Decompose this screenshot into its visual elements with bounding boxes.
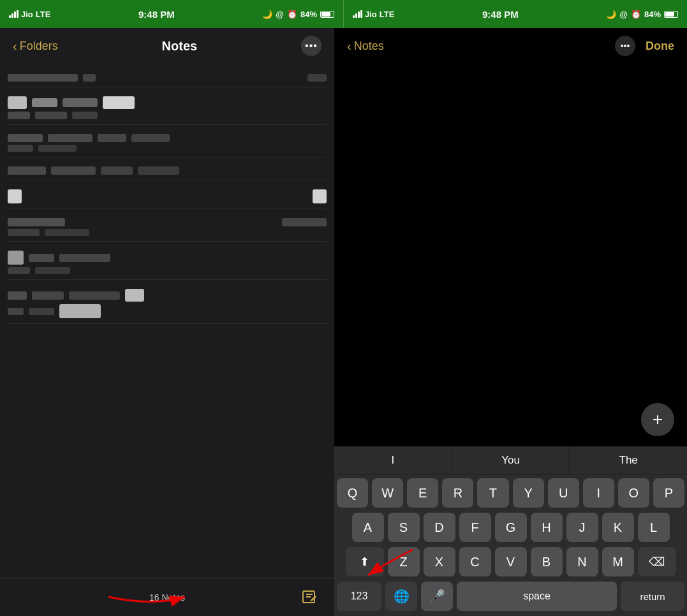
note-text-blur [101,166,133,175]
list-item[interactable] [8,129,327,158]
carrier-name-right: Jio [365,10,377,19]
key-o[interactable]: O [618,478,649,508]
delete-key[interactable]: ⌫ [638,547,676,576]
done-button[interactable]: Done [646,40,674,53]
list-item[interactable] [8,246,327,280]
key-w[interactable]: W [372,478,403,508]
return-key[interactable]: return [621,582,684,611]
at-icon: @ [276,10,284,19]
key-r[interactable]: R [442,478,473,508]
keyboard-row-2: A S D F G H J K L [337,513,684,542]
note-text-blur [29,254,54,262]
chevron-left-icon-right: ‹ [347,39,351,54]
note-text-blur [69,291,120,300]
mic-icon: 🎤 [429,589,445,604]
note-text-blur [72,112,98,119]
key-g[interactable]: G [495,513,527,542]
note-text-blur [8,112,30,119]
note-text-blur [131,134,170,142]
note-text-blur [59,254,110,262]
key-x[interactable]: X [424,547,455,576]
key-t[interactable]: T [477,478,508,508]
more-icon: ••• [305,40,318,52]
keyboard-bottom-row: 123 🌐 🎤 space return [334,579,687,616]
key-b[interactable]: B [531,547,563,576]
key-e[interactable]: E [407,478,438,508]
note-text-blur [48,134,92,142]
note-text-blur [83,74,96,82]
globe-key[interactable]: 🌐 [385,582,417,611]
right-more-icon: ••• [621,41,630,51]
note-text-blur [8,308,24,315]
list-item[interactable] [8,184,327,209]
status-bar-right: Jio LTE 9:48 PM 🌙 @ ⏰ 84% [344,0,687,28]
key-rows: Q W E R T Y U I O P A S D F G [334,474,687,579]
key-k[interactable]: K [602,513,634,542]
note-text-blur [8,145,33,152]
time-left: 9:48 PM [138,9,175,20]
network-type-right: LTE [380,10,395,19]
note-text-blur [32,98,57,107]
note-text-blur [8,229,40,236]
time-right: 9:48 PM [482,9,519,20]
battery-icon-right [664,11,678,18]
key-c[interactable]: C [459,547,491,576]
moon-icon: 🌙 [262,10,272,19]
autocomplete-i[interactable]: I [334,446,452,474]
autocomplete-the[interactable]: The [570,446,687,474]
key-m[interactable]: M [602,547,634,576]
note-text-blur [32,291,64,300]
notes-list-title: Notes [162,39,198,54]
list-item[interactable] [8,69,327,87]
key-n[interactable]: N [566,547,598,576]
list-item[interactable] [8,213,327,242]
key-a[interactable]: A [352,513,384,542]
shift-key[interactable]: ⬆ [346,547,384,576]
key-u[interactable]: U [548,478,579,508]
note-content-area[interactable]: + [334,64,687,446]
battery-right: 84% [644,10,661,19]
more-options-button[interactable]: ••• [301,36,321,56]
carrier-right: Jio LTE [353,10,394,19]
key-s[interactable]: S [388,513,420,542]
new-note-fab-button[interactable]: + [641,403,674,436]
keyboard-row-3: ⬆ Z X C V B N M ⌫ [337,547,684,576]
main-area: ‹ Folders Notes ••• [0,28,687,616]
key-i[interactable]: I [583,478,614,508]
list-item[interactable] [8,161,327,180]
autocomplete-you[interactable]: You [452,446,570,474]
right-more-options-button[interactable]: ••• [615,36,635,56]
key-j[interactable]: J [566,513,598,542]
status-bar-left: Jio LTE 9:48 PM 🌙 @ ⏰ 84% [0,0,343,28]
key-v[interactable]: V [495,547,527,576]
key-q[interactable]: Q [337,478,368,508]
key-y[interactable]: Y [513,478,544,508]
status-bar: Jio LTE 9:48 PM 🌙 @ ⏰ 84% Jio LTE 9:48 P… [0,0,687,28]
battery-icon-left [320,11,334,18]
list-item[interactable] [8,284,327,324]
list-item[interactable] [8,91,327,125]
compose-note-button[interactable] [300,588,319,607]
space-key[interactable]: space [457,582,617,611]
number-key[interactable]: 123 [337,582,381,611]
note-text-blur [63,98,98,107]
notes-back-button[interactable]: ‹ Notes [347,39,384,54]
key-f[interactable]: F [459,513,491,542]
note-text-blur [307,74,327,82]
key-l[interactable]: L [638,513,670,542]
note-text-blur [138,166,179,175]
left-panel: ‹ Folders Notes ••• [0,28,334,616]
key-h[interactable]: H [531,513,563,542]
key-p[interactable]: P [653,478,684,508]
note-text-blur [29,308,54,315]
note-text-blur [51,166,96,175]
microphone-key[interactable]: 🎤 [421,582,453,611]
key-z[interactable]: Z [388,547,420,576]
note-text-blur [313,189,327,203]
arrow-annotation [102,584,191,610]
note-text-blur [59,304,101,318]
folders-back-button[interactable]: ‹ Folders [13,39,58,54]
key-d[interactable]: D [424,513,455,542]
status-icons-right: 🌙 @ ⏰ 84% [606,10,678,19]
autocomplete-bar: I You The [334,446,687,474]
